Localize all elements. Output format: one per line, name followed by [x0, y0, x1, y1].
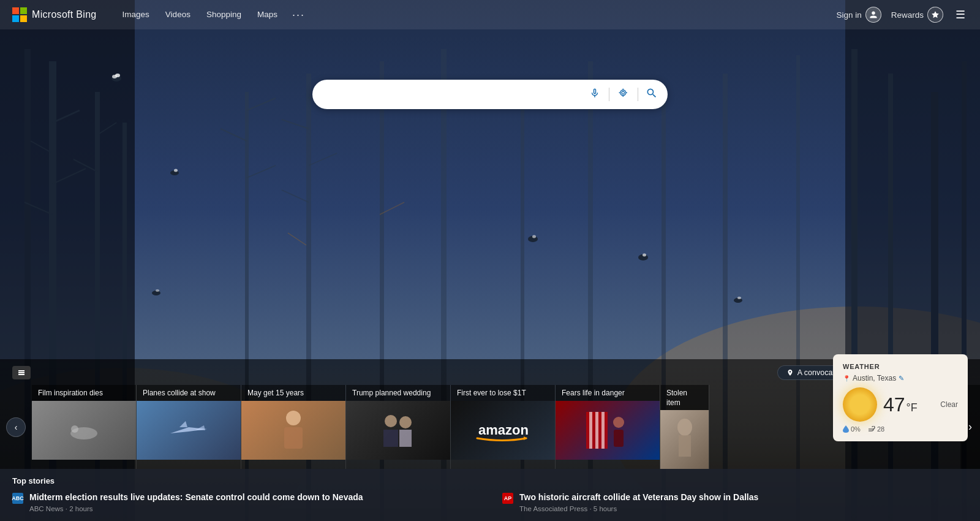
story-text-0: Midterm election results live updates: S…	[29, 492, 478, 512]
carousel-item-5[interactable]: Fears life in danger	[556, 385, 660, 469]
story-source-icon-0: ABC	[12, 493, 23, 504]
top-stories-title: Top stories	[12, 476, 968, 485]
story-meta-0: ABC News · 2 hours	[29, 505, 478, 512]
weather-location-name: Austin, Texas	[853, 374, 896, 382]
carousel-item-title-4: First ever to lose $1T	[451, 385, 555, 401]
search-icons	[588, 86, 658, 103]
nav-more-dots[interactable]: ···	[287, 6, 310, 24]
weather-unit: °F	[907, 401, 918, 414]
carousel-item-2[interactable]: May get 15 years	[241, 385, 346, 469]
carousel-left-arrow[interactable]: ‹	[6, 417, 26, 437]
carousel-item-6[interactable]: Stolen item	[660, 385, 709, 469]
search-divider-2	[638, 88, 638, 101]
svg-point-51	[622, 91, 625, 94]
carousel-item-image-6	[660, 410, 709, 469]
carousel-item-1[interactable]: Planes collide at show	[137, 385, 241, 469]
location-dot-icon: 📍	[843, 375, 850, 382]
rewards-label: Rewards	[891, 10, 924, 20]
svg-rect-68	[595, 412, 598, 449]
sign-in-label: Sign in	[836, 10, 861, 20]
weather-condition: Clear	[940, 400, 958, 409]
nav-maps[interactable]: Maps	[251, 6, 284, 24]
carousel-item-image-4: amazon	[451, 401, 555, 460]
nav-shopping[interactable]: Shopping	[200, 6, 247, 24]
nav-videos[interactable]: Videos	[159, 6, 197, 24]
carousel-item-title-6: Stolen item	[660, 385, 709, 410]
weather-title: WEATHER	[843, 363, 958, 370]
story-item-1[interactable]: AP Two historic aircraft collide at Vete…	[502, 492, 968, 512]
brand-name: Microsoft Bing	[32, 9, 97, 20]
visual-search-button[interactable]	[617, 86, 630, 103]
story-text-1: Two historic aircraft collide at Veteran…	[519, 492, 968, 512]
precip-value: 0%	[851, 425, 861, 433]
microphone-button[interactable]	[588, 86, 601, 103]
story-headline-0: Midterm election results live updates: S…	[29, 492, 478, 503]
search-area	[312, 80, 668, 109]
nav-right: Sign in Rewards ☰	[836, 6, 968, 24]
svg-rect-59	[284, 427, 303, 449]
svg-point-72	[677, 419, 692, 436]
rewards-button[interactable]: Rewards	[891, 7, 943, 23]
svg-rect-71	[614, 430, 624, 447]
search-input[interactable]	[322, 89, 583, 100]
weather-precip: 0%	[843, 425, 861, 433]
svg-rect-62	[383, 430, 398, 447]
stories-grid: ABC Midterm election results live update…	[12, 492, 968, 512]
svg-rect-73	[679, 435, 691, 457]
search-divider	[609, 88, 609, 101]
carousel-item-title-3: Trump planned wedding	[346, 385, 450, 401]
svg-rect-67	[589, 412, 592, 449]
svg-rect-69	[601, 412, 605, 449]
microsoft-logo	[12, 7, 27, 22]
carousel-item-image-5	[556, 401, 660, 460]
story-headline-1: Two historic aircraft collide at Veteran…	[519, 492, 968, 503]
carousel-item-0[interactable]: Film inspiration dies	[32, 385, 137, 469]
weather-location: 📍 Austin, Texas ✎	[843, 374, 958, 382]
carousel-item-image-1	[137, 401, 241, 460]
weather-edit-button[interactable]: ✎	[899, 375, 904, 382]
rewards-icon	[927, 7, 943, 23]
search-box	[312, 80, 668, 109]
top-stories-section: Top stories ABC Midterm election results…	[0, 469, 980, 521]
svg-point-57	[71, 425, 78, 433]
top-navigation: Microsoft Bing Images Videos Shopping Ma…	[0, 0, 980, 29]
story-source-icon-1: AP	[502, 493, 513, 504]
menu-button[interactable]: ☰	[953, 6, 968, 24]
carousel-item-title-5: Fears life in danger	[556, 385, 660, 401]
story-source-text-1: AP	[504, 495, 512, 501]
carousel-item-image-0	[32, 401, 136, 460]
carousel-item-image-3	[346, 401, 450, 460]
logo-area[interactable]: Microsoft Bing	[12, 7, 97, 22]
weather-wind: 28	[868, 425, 884, 433]
carousel-item-title-0: Film inspiration dies	[32, 385, 136, 401]
weather-details: 0% 28	[843, 425, 958, 433]
weather-temperature: 47	[883, 394, 905, 416]
wind-value: 28	[877, 425, 884, 433]
svg-point-58	[286, 411, 301, 425]
carousel-item-image-2	[241, 401, 345, 460]
nav-links: Images Videos Shopping Maps ···	[116, 6, 310, 24]
story-source-text-0: ABC	[12, 495, 24, 501]
sign-in-button[interactable]: Sign in	[836, 7, 881, 23]
weather-sun-icon	[843, 387, 877, 422]
svg-rect-63	[399, 430, 412, 447]
nav-images[interactable]: Images	[116, 6, 156, 24]
search-submit-button[interactable]	[646, 87, 658, 102]
svg-point-70	[613, 417, 624, 428]
carousel-item-title-2: May get 15 years	[241, 385, 345, 401]
svg-point-50	[620, 89, 626, 95]
carousel-item-4[interactable]: First ever to lose $1T amazon	[451, 385, 556, 469]
story-meta-1: The Associated Press · 5 hours	[519, 505, 968, 512]
story-item-0[interactable]: ABC Midterm election results live update…	[12, 492, 478, 512]
avatar-icon	[865, 7, 881, 23]
weather-main: 47 °F Clear	[843, 387, 958, 422]
svg-text:amazon: amazon	[478, 422, 529, 438]
carousel-item-title-1: Planes collide at show	[137, 385, 241, 401]
carousel-item-3[interactable]: Trump planned wedding	[346, 385, 451, 469]
carousel-toggle-button[interactable]	[12, 366, 31, 379]
svg-point-60	[385, 415, 397, 427]
weather-temp-display: 47 °F	[883, 394, 918, 416]
weather-widget: WEATHER 📍 Austin, Texas ✎ 47 °F Clear 0%…	[833, 354, 968, 441]
carousel-items-list: Film inspiration dies Planes collide at …	[0, 385, 710, 469]
svg-point-61	[399, 416, 412, 428]
